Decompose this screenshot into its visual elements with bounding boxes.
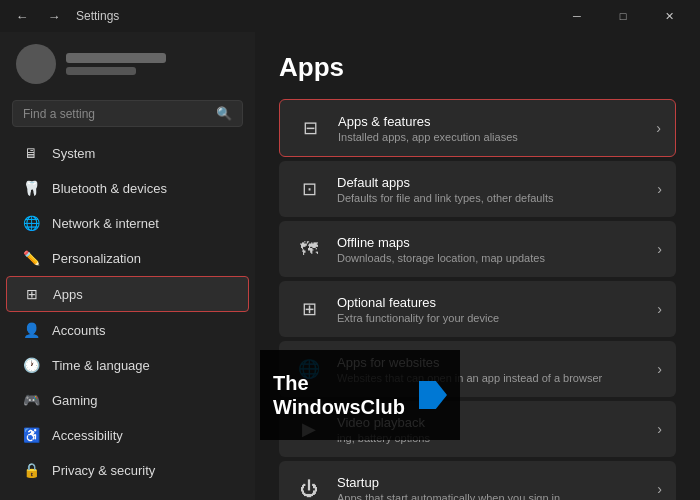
sidebar-item-bluetooth[interactable]: 🦷Bluetooth & devices — [6, 171, 249, 205]
startup-icon: ⏻ — [293, 473, 325, 500]
sidebar-item-personalization[interactable]: ✏️Personalization — [6, 241, 249, 275]
window-title: Settings — [76, 9, 119, 23]
bluetooth-icon: 🦷 — [22, 179, 40, 197]
sidebar-item-label-system: System — [52, 146, 95, 161]
user-sub-bar — [66, 67, 136, 75]
setting-item-default-apps[interactable]: ⊡Default appsDefaults for file and link … — [279, 161, 676, 217]
close-button[interactable]: ✕ — [646, 0, 692, 32]
windows-club-icon — [419, 381, 447, 409]
user-info — [66, 53, 166, 75]
apps-features-text: Apps & featuresInstalled apps, app execu… — [338, 114, 656, 143]
optional-features-chevron: › — [657, 301, 662, 317]
accessibility-icon: ♿ — [22, 426, 40, 444]
optional-features-title: Optional features — [337, 295, 657, 310]
apps-icon: ⊞ — [23, 285, 41, 303]
sidebar-item-label-privacy: Privacy & security — [52, 463, 155, 478]
nav-container: 🖥System🦷Bluetooth & devices🌐Network & in… — [0, 135, 255, 500]
apps-features-chevron: › — [656, 120, 661, 136]
sidebar-item-label-bluetooth: Bluetooth & devices — [52, 181, 167, 196]
offline-maps-desc: Downloads, storage location, map updates — [337, 252, 657, 264]
startup-text: StartupApps that start automatically whe… — [337, 475, 657, 501]
default-apps-title: Default apps — [337, 175, 657, 190]
sidebar-item-label-accounts: Accounts — [52, 323, 105, 338]
apps-features-title: Apps & features — [338, 114, 656, 129]
forward-button[interactable]: → — [40, 5, 68, 27]
apps-features-desc: Installed apps, app execution aliases — [338, 131, 656, 143]
startup-chevron: › — [657, 481, 662, 497]
personalization-icon: ✏️ — [22, 249, 40, 267]
time-icon: 🕐 — [22, 356, 40, 374]
sidebar-item-label-gaming: Gaming — [52, 393, 98, 408]
sidebar-item-label-accessibility: Accessibility — [52, 428, 123, 443]
setting-item-startup[interactable]: ⏻StartupApps that start automatically wh… — [279, 461, 676, 500]
default-apps-text: Default appsDefaults for file and link t… — [337, 175, 657, 204]
sidebar-item-network[interactable]: 🌐Network & internet — [6, 206, 249, 240]
optional-features-icon: ⊞ — [293, 293, 325, 325]
sidebar-item-update[interactable]: ⟳Windows Update — [6, 488, 249, 500]
setting-item-optional-features[interactable]: ⊞Optional featuresExtra functionality fo… — [279, 281, 676, 337]
setting-item-apps-features[interactable]: ⊟Apps & featuresInstalled apps, app exec… — [279, 99, 676, 157]
default-apps-icon: ⊡ — [293, 173, 325, 205]
privacy-icon: 🔒 — [22, 461, 40, 479]
minimize-button[interactable]: ─ — [554, 0, 600, 32]
gaming-icon: 🎮 — [22, 391, 40, 409]
sidebar-item-label-time: Time & language — [52, 358, 150, 373]
startup-title: Startup — [337, 475, 657, 490]
watermark-overlay: The WindowsClub — [260, 350, 460, 440]
page-title: Apps — [279, 52, 676, 83]
default-apps-desc: Defaults for file and link types, other … — [337, 192, 657, 204]
search-icon: 🔍 — [216, 106, 232, 121]
setting-item-offline-maps[interactable]: 🗺Offline mapsDownloads, storage location… — [279, 221, 676, 277]
search-input[interactable] — [23, 107, 208, 121]
titlebar: ← → Settings ─ □ ✕ — [0, 0, 700, 32]
update-icon: ⟳ — [22, 496, 40, 500]
sidebar-item-privacy[interactable]: 🔒Privacy & security — [6, 453, 249, 487]
sidebar-item-label-network: Network & internet — [52, 216, 159, 231]
offline-maps-text: Offline mapsDownloads, storage location,… — [337, 235, 657, 264]
sidebar-item-system[interactable]: 🖥System — [6, 136, 249, 170]
offline-maps-icon: 🗺 — [293, 233, 325, 265]
startup-desc: Apps that start automatically when you s… — [337, 492, 657, 501]
sidebar-item-label-apps: Apps — [53, 287, 83, 302]
avatar — [16, 44, 56, 84]
sidebar-item-gaming[interactable]: 🎮Gaming — [6, 383, 249, 417]
sidebar: 🔍 🖥System🦷Bluetooth & devices🌐Network & … — [0, 32, 255, 500]
network-icon: 🌐 — [22, 214, 40, 232]
user-profile[interactable] — [0, 32, 255, 96]
offline-maps-chevron: › — [657, 241, 662, 257]
window-controls: ─ □ ✕ — [554, 0, 692, 32]
offline-maps-title: Offline maps — [337, 235, 657, 250]
titlebar-nav: ← → — [8, 5, 68, 27]
sidebar-item-accounts[interactable]: 👤Accounts — [6, 313, 249, 347]
search-box[interactable]: 🔍 — [12, 100, 243, 127]
sidebar-item-accessibility[interactable]: ♿Accessibility — [6, 418, 249, 452]
optional-features-text: Optional featuresExtra functionality for… — [337, 295, 657, 324]
sidebar-item-time[interactable]: 🕐Time & language — [6, 348, 249, 382]
apps-websites-chevron: › — [657, 361, 662, 377]
video-playback-chevron: › — [657, 421, 662, 437]
apps-features-icon: ⊟ — [294, 112, 326, 144]
sidebar-item-apps[interactable]: ⊞Apps — [6, 276, 249, 312]
user-name-bar — [66, 53, 166, 63]
accounts-icon: 👤 — [22, 321, 40, 339]
back-button[interactable]: ← — [8, 5, 36, 27]
watermark-line1: The — [273, 371, 405, 395]
sidebar-item-label-personalization: Personalization — [52, 251, 141, 266]
system-icon: 🖥 — [22, 144, 40, 162]
optional-features-desc: Extra functionality for your device — [337, 312, 657, 324]
titlebar-left: ← → Settings — [8, 5, 119, 27]
default-apps-chevron: › — [657, 181, 662, 197]
maximize-button[interactable]: □ — [600, 0, 646, 32]
watermark-line2: WindowsClub — [273, 395, 405, 419]
